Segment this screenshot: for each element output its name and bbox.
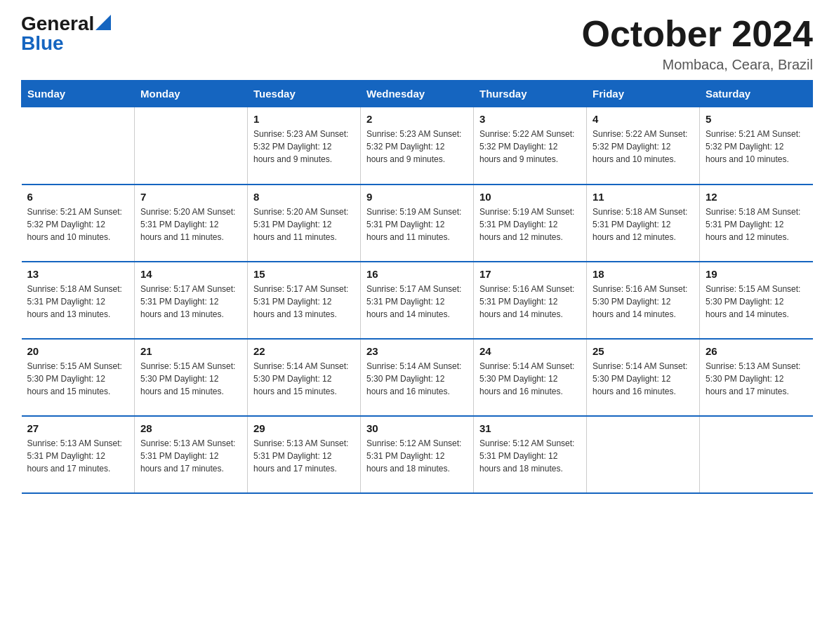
calendar-cell: 26Sunrise: 5:13 AM Sunset: 5:30 PM Dayli… [700,339,813,416]
day-info: Sunrise: 5:13 AM Sunset: 5:31 PM Dayligh… [27,437,129,475]
calendar-cell [135,107,248,185]
day-number: 7 [140,191,241,203]
calendar-cell: 19Sunrise: 5:15 AM Sunset: 5:30 PM Dayli… [700,262,813,339]
svg-marker-0 [95,15,111,30]
day-number: 18 [593,268,694,280]
calendar-cell: 27Sunrise: 5:13 AM Sunset: 5:31 PM Dayli… [22,416,135,493]
day-info: Sunrise: 5:14 AM Sunset: 5:30 PM Dayligh… [366,360,468,398]
day-info: Sunrise: 5:19 AM Sunset: 5:31 PM Dayligh… [366,206,468,243]
calendar-cell: 14Sunrise: 5:17 AM Sunset: 5:31 PM Dayli… [135,262,248,339]
day-number: 15 [253,268,355,280]
day-number: 11 [593,191,694,203]
calendar-cell: 21Sunrise: 5:15 AM Sunset: 5:30 PM Dayli… [135,339,248,416]
calendar-week-row: 13Sunrise: 5:18 AM Sunset: 5:31 PM Dayli… [22,262,813,339]
day-info: Sunrise: 5:17 AM Sunset: 5:31 PM Dayligh… [366,283,468,321]
day-header-sunday: Sunday [22,81,135,107]
day-info: Sunrise: 5:18 AM Sunset: 5:31 PM Dayligh… [27,283,129,321]
calendar-cell: 12Sunrise: 5:18 AM Sunset: 5:31 PM Dayli… [700,185,813,262]
calendar-header-row: SundayMondayTuesdayWednesdayThursdayFrid… [22,81,813,107]
day-info: Sunrise: 5:22 AM Sunset: 5:32 PM Dayligh… [593,128,694,166]
day-number: 13 [27,268,129,280]
calendar-cell: 28Sunrise: 5:13 AM Sunset: 5:31 PM Dayli… [135,416,248,493]
day-info: Sunrise: 5:20 AM Sunset: 5:31 PM Dayligh… [140,206,241,243]
day-number: 29 [253,422,355,434]
calendar-cell: 1Sunrise: 5:23 AM Sunset: 5:32 PM Daylig… [248,107,361,185]
day-info: Sunrise: 5:15 AM Sunset: 5:30 PM Dayligh… [27,360,129,398]
calendar-cell [22,107,135,185]
day-info: Sunrise: 5:17 AM Sunset: 5:31 PM Dayligh… [253,283,355,321]
day-info: Sunrise: 5:13 AM Sunset: 5:31 PM Dayligh… [253,437,355,475]
day-info: Sunrise: 5:22 AM Sunset: 5:32 PM Dayligh… [479,128,581,166]
day-number: 23 [366,345,468,357]
day-number: 19 [706,268,807,280]
day-info: Sunrise: 5:18 AM Sunset: 5:31 PM Dayligh… [593,206,694,243]
day-number: 20 [27,345,129,357]
calendar-cell: 8Sunrise: 5:20 AM Sunset: 5:31 PM Daylig… [248,185,361,262]
calendar-cell: 29Sunrise: 5:13 AM Sunset: 5:31 PM Dayli… [248,416,361,493]
calendar-cell: 15Sunrise: 5:17 AM Sunset: 5:31 PM Dayli… [248,262,361,339]
day-info: Sunrise: 5:15 AM Sunset: 5:30 PM Dayligh… [140,360,241,398]
calendar-cell: 16Sunrise: 5:17 AM Sunset: 5:31 PM Dayli… [361,262,474,339]
day-number: 2 [366,113,468,125]
day-header-thursday: Thursday [474,81,587,107]
day-header-saturday: Saturday [700,81,813,107]
day-number: 26 [706,345,807,357]
calendar-cell: 3Sunrise: 5:22 AM Sunset: 5:32 PM Daylig… [474,107,587,185]
day-number: 4 [593,113,694,125]
calendar-cell [587,416,700,493]
calendar-cell: 30Sunrise: 5:12 AM Sunset: 5:31 PM Dayli… [361,416,474,493]
calendar-cell: 10Sunrise: 5:19 AM Sunset: 5:31 PM Dayli… [474,185,587,262]
calendar-cell: 13Sunrise: 5:18 AM Sunset: 5:31 PM Dayli… [22,262,135,339]
location-text: Mombaca, Ceara, Brazil [582,57,814,73]
day-number: 25 [593,345,694,357]
day-number: 21 [140,345,241,357]
page-header: General Blue October 2024 Mombaca, Ceara… [21,14,813,73]
month-title: October 2024 [582,14,814,54]
day-number: 31 [479,422,581,434]
day-info: Sunrise: 5:14 AM Sunset: 5:30 PM Dayligh… [593,360,694,398]
day-info: Sunrise: 5:19 AM Sunset: 5:31 PM Dayligh… [479,206,581,243]
day-header-friday: Friday [587,81,700,107]
day-info: Sunrise: 5:16 AM Sunset: 5:31 PM Dayligh… [479,283,581,321]
day-number: 24 [479,345,581,357]
day-number: 28 [140,422,241,434]
day-info: Sunrise: 5:13 AM Sunset: 5:31 PM Dayligh… [140,437,241,475]
day-number: 5 [706,113,807,125]
calendar-table: SundayMondayTuesdayWednesdayThursdayFrid… [21,80,813,494]
day-info: Sunrise: 5:14 AM Sunset: 5:30 PM Dayligh… [253,360,355,398]
logo-general: General [21,14,94,34]
day-info: Sunrise: 5:21 AM Sunset: 5:32 PM Dayligh… [706,128,807,166]
day-info: Sunrise: 5:18 AM Sunset: 5:31 PM Dayligh… [706,206,807,243]
calendar-week-row: 20Sunrise: 5:15 AM Sunset: 5:30 PM Dayli… [22,339,813,416]
calendar-cell: 18Sunrise: 5:16 AM Sunset: 5:30 PM Dayli… [587,262,700,339]
logo-arrow-icon [95,15,111,30]
day-number: 9 [366,191,468,203]
day-number: 3 [479,113,581,125]
day-header-wednesday: Wednesday [361,81,474,107]
day-number: 27 [27,422,129,434]
day-info: Sunrise: 5:16 AM Sunset: 5:30 PM Dayligh… [593,283,694,321]
calendar-cell: 25Sunrise: 5:14 AM Sunset: 5:30 PM Dayli… [587,339,700,416]
day-number: 12 [706,191,807,203]
calendar-cell: 6Sunrise: 5:21 AM Sunset: 5:32 PM Daylig… [22,185,135,262]
day-number: 8 [253,191,355,203]
calendar-cell: 5Sunrise: 5:21 AM Sunset: 5:32 PM Daylig… [700,107,813,185]
day-number: 1 [253,113,355,125]
title-section: October 2024 Mombaca, Ceara, Brazil [582,14,814,73]
logo: General Blue [21,14,111,53]
day-number: 16 [366,268,468,280]
day-number: 22 [253,345,355,357]
day-info: Sunrise: 5:12 AM Sunset: 5:31 PM Dayligh… [479,437,581,475]
calendar-cell: 22Sunrise: 5:14 AM Sunset: 5:30 PM Dayli… [248,339,361,416]
calendar-cell: 31Sunrise: 5:12 AM Sunset: 5:31 PM Dayli… [474,416,587,493]
calendar-cell: 7Sunrise: 5:20 AM Sunset: 5:31 PM Daylig… [135,185,248,262]
calendar-cell: 24Sunrise: 5:14 AM Sunset: 5:30 PM Dayli… [474,339,587,416]
day-info: Sunrise: 5:12 AM Sunset: 5:31 PM Dayligh… [366,437,468,475]
calendar-week-row: 6Sunrise: 5:21 AM Sunset: 5:32 PM Daylig… [22,185,813,262]
calendar-week-row: 27Sunrise: 5:13 AM Sunset: 5:31 PM Dayli… [22,416,813,493]
calendar-cell: 11Sunrise: 5:18 AM Sunset: 5:31 PM Dayli… [587,185,700,262]
day-info: Sunrise: 5:20 AM Sunset: 5:31 PM Dayligh… [253,206,355,243]
day-number: 6 [27,191,129,203]
calendar-cell: 17Sunrise: 5:16 AM Sunset: 5:31 PM Dayli… [474,262,587,339]
day-info: Sunrise: 5:13 AM Sunset: 5:30 PM Dayligh… [706,360,807,398]
